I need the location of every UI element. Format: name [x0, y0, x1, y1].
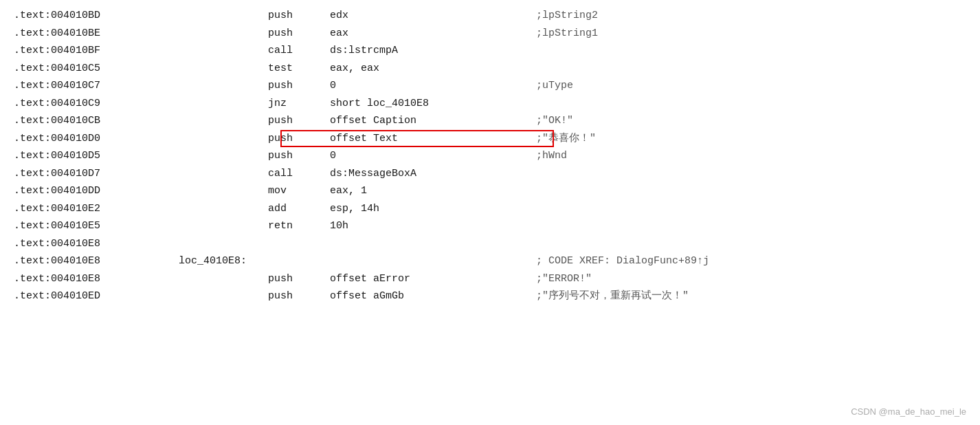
- code-line: .text:004010E8: [14, 235, 966, 253]
- address: .text:004010E8: [14, 252, 179, 270]
- code-line: .text:004010BFcallds:lstrcmpA: [14, 42, 966, 60]
- label: loc_4010E8:: [179, 252, 268, 270]
- code-line: .text:004010E5retn10h: [14, 217, 966, 235]
- operand: eax, 1: [330, 182, 536, 200]
- mnemonic: push: [268, 77, 330, 95]
- code-line: .text:004010D7callds:MessageBoxA: [14, 165, 966, 183]
- code-line: .text:004010C9jnzshort loc_4010E8: [14, 95, 966, 113]
- address: .text:004010BE: [14, 25, 179, 43]
- address: .text:004010DD: [14, 182, 179, 200]
- comment: ;"序列号不对，重新再试一次！": [536, 287, 689, 305]
- code-line: .text:004010BEpusheax;lpString1: [14, 25, 966, 43]
- mnemonic: push: [268, 147, 330, 165]
- comment: ;"ERROR!": [536, 270, 592, 288]
- operand: eax, eax: [330, 60, 536, 78]
- code-line: .text:004010E2addesp, 14h: [14, 200, 966, 218]
- code-line: .text:004010BDpushedx;lpString2: [14, 7, 966, 25]
- mnemonic: push: [268, 270, 330, 288]
- comment: ;"恭喜你！": [536, 130, 596, 148]
- watermark: CSDN @ma_de_hao_mei_le: [851, 406, 966, 417]
- comment: ;hWnd: [536, 147, 567, 165]
- address: .text:004010D5: [14, 147, 179, 165]
- operand: 0: [330, 77, 536, 95]
- mnemonic: jnz: [268, 95, 330, 113]
- mnemonic: call: [268, 165, 330, 183]
- code-line: .text:004010D0pushoffset Text;"恭喜你！": [14, 130, 966, 148]
- code-line: .text:004010E8loc_4010E8:; CODE XREF: Di…: [14, 252, 966, 270]
- operand: offset aError: [330, 270, 536, 288]
- operand: edx: [330, 7, 536, 25]
- comment: ;uType: [536, 77, 573, 95]
- address: .text:004010D7: [14, 165, 179, 183]
- operand: esp, 14h: [330, 200, 536, 218]
- address: .text:004010BD: [14, 7, 179, 25]
- operand: offset Text: [330, 130, 536, 148]
- address: .text:004010BF: [14, 42, 179, 60]
- address: .text:004010CB: [14, 112, 179, 130]
- code-line: .text:004010C5testeax, eax: [14, 60, 966, 78]
- code-line: .text:004010DDmoveax, 1: [14, 182, 966, 200]
- mnemonic: push: [268, 287, 330, 305]
- operand: offset aGmGb: [330, 287, 536, 305]
- mnemonic: mov: [268, 182, 330, 200]
- comment: ; CODE XREF: DialogFunc+89↑j: [536, 252, 709, 270]
- operand: 10h: [330, 217, 536, 235]
- code-line: .text:004010C7push0;uType: [14, 77, 966, 95]
- comment: ;lpString1: [536, 25, 598, 43]
- address: .text:004010C9: [14, 95, 179, 113]
- code-line: .text:004010EDpushoffset aGmGb;"序列号不对，重新…: [14, 287, 966, 305]
- operand: eax: [330, 25, 536, 43]
- mnemonic: push: [268, 112, 330, 130]
- mnemonic: push: [268, 25, 330, 43]
- code-line: .text:004010E8pushoffset aError;"ERROR!": [14, 270, 966, 288]
- operand: 0: [330, 147, 536, 165]
- operand: ds:lstrcmpA: [330, 42, 536, 60]
- mnemonic: add: [268, 200, 330, 218]
- address: .text:004010ED: [14, 287, 179, 305]
- address: .text:004010D0: [14, 130, 179, 148]
- code-container: .text:004010BDpushedx;lpString2.text:004…: [0, 0, 980, 312]
- mnemonic: push: [268, 7, 330, 25]
- operand: offset Caption: [330, 112, 536, 130]
- address: .text:004010E8: [14, 235, 179, 253]
- address: .text:004010E5: [14, 217, 179, 235]
- comment: ;lpString2: [536, 7, 598, 25]
- address: .text:004010C7: [14, 77, 179, 95]
- operand: ds:MessageBoxA: [330, 165, 536, 183]
- code-line: .text:004010CBpushoffset Caption;"OK!": [14, 112, 966, 130]
- address: .text:004010E8: [14, 270, 179, 288]
- address: .text:004010E2: [14, 200, 179, 218]
- mnemonic: retn: [268, 217, 330, 235]
- mnemonic: call: [268, 42, 330, 60]
- code-line: .text:004010D5push0;hWnd: [14, 147, 966, 165]
- mnemonic: test: [268, 60, 330, 78]
- operand: short loc_4010E8: [330, 95, 536, 113]
- address: .text:004010C5: [14, 60, 179, 78]
- comment: ;"OK!": [536, 112, 573, 130]
- mnemonic: push: [268, 130, 330, 148]
